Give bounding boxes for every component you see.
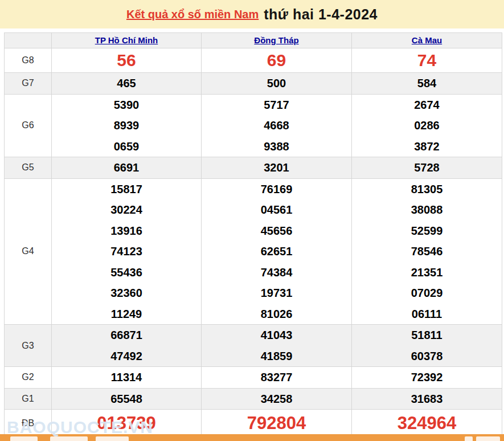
- result-cell: 11314: [52, 367, 202, 389]
- result-number: 11249: [52, 304, 201, 325]
- result-number: 32360: [52, 283, 201, 304]
- result-number: 45656: [202, 220, 351, 242]
- result-number: 9388: [202, 136, 351, 157]
- result-number: 8939: [52, 115, 201, 136]
- result-number: 66871: [52, 325, 201, 346]
- result-number: 60378: [352, 346, 502, 367]
- result-cell: 584: [352, 73, 502, 95]
- result-cell: 31683: [352, 388, 502, 410]
- result-number: 55436: [52, 262, 201, 283]
- footer-clipped-icon: [465, 436, 473, 441]
- result-cell: 6687147492: [52, 325, 202, 367]
- result-cell: 571746689388: [202, 94, 352, 157]
- result-number: 41859: [202, 346, 351, 367]
- result-number: 52599: [352, 220, 502, 242]
- result-number: 19731: [202, 283, 351, 304]
- result-cell: 500: [202, 73, 352, 95]
- result-number: 81305: [352, 179, 502, 200]
- result-cell: 34258: [202, 388, 352, 410]
- result-number: 324964: [352, 410, 502, 437]
- results-body: G8566974G7465500584G65390893906595717466…: [5, 48, 502, 438]
- result-number: 74123: [52, 241, 201, 262]
- prize-label: G5: [5, 157, 52, 179]
- result-cell: 539089390659: [52, 94, 202, 157]
- result-number: 3201: [202, 157, 351, 178]
- result-cell: 5728: [352, 157, 502, 179]
- result-number: 13916: [52, 220, 201, 242]
- title-link[interactable]: Kết quả xổ số miền Nam: [126, 8, 259, 21]
- province-link-2[interactable]: Đồng Tháp: [254, 35, 298, 45]
- result-number: 78546: [352, 241, 502, 262]
- result-cell: 81305380885259978546213510702906111: [352, 178, 502, 325]
- column-header: Cà Mau: [352, 33, 502, 48]
- footer-bar: [0, 434, 504, 441]
- result-cell: 5181160378: [352, 325, 502, 367]
- result-number: 47492: [52, 346, 201, 367]
- result-cell: 013739: [52, 410, 202, 438]
- result-number: 34258: [202, 389, 351, 410]
- result-cell: 6691: [52, 157, 202, 179]
- result-number: 65548: [52, 389, 201, 410]
- result-number: 81026: [202, 304, 351, 325]
- result-number: 31683: [352, 389, 502, 410]
- result-number: 07029: [352, 283, 502, 304]
- result-number: 30224: [52, 199, 201, 220]
- prize-label: G1: [5, 388, 52, 410]
- prize-label: G6: [5, 94, 52, 157]
- result-number: 5717: [202, 95, 351, 116]
- page-header: Kết quả xổ số miền Nam thứ hai 1-4-2024: [0, 0, 504, 28]
- result-cell: 15817302241391674123554363236011249: [52, 178, 202, 325]
- result-number: 69: [202, 48, 351, 72]
- result-cell: 4104341859: [202, 325, 352, 367]
- prize-label: G8: [5, 48, 52, 73]
- province-link-3[interactable]: Cà Mau: [412, 35, 442, 45]
- result-number: 74384: [202, 262, 351, 283]
- result-number: 51811: [352, 325, 502, 346]
- result-number: 5390: [52, 95, 201, 116]
- result-number: 584: [352, 73, 502, 94]
- result-number: 15817: [52, 179, 201, 200]
- province-link-1[interactable]: TP Hồ Chí Minh: [95, 35, 158, 45]
- prize-label: G2: [5, 367, 52, 389]
- footer-clipped-text: [476, 436, 500, 441]
- result-number: 06111: [352, 304, 502, 325]
- prize-row-db: ĐB013739792804324964: [5, 410, 502, 438]
- result-number: 72392: [352, 367, 502, 388]
- column-header: TP Hồ Chí Minh: [52, 33, 202, 48]
- result-cell: 465: [52, 73, 202, 95]
- result-number: 56: [52, 48, 201, 72]
- result-number: 0659: [52, 136, 201, 157]
- column-header-row: TP Hồ Chí MinhĐồng ThápCà Mau: [5, 33, 502, 48]
- footer-clipped-text: [10, 436, 38, 441]
- result-cell: 72392: [352, 367, 502, 389]
- result-number: 4668: [202, 115, 351, 136]
- prize-row-g2: G2113148327772392: [5, 367, 502, 389]
- prize-label: G7: [5, 73, 52, 95]
- result-cell: 792804: [202, 410, 352, 438]
- result-cell: 3201: [202, 157, 352, 179]
- prize-row-g1: G1655483425831683: [5, 388, 502, 410]
- prize-label: G3: [5, 325, 52, 367]
- result-number: 013739: [52, 410, 201, 437]
- result-number: 74: [352, 48, 502, 72]
- footer-clipped-text: [96, 436, 129, 441]
- result-number: 41043: [202, 325, 351, 346]
- footer-clipped-text: [50, 436, 88, 441]
- result-number: 38088: [352, 199, 502, 220]
- result-number: 11314: [52, 367, 201, 388]
- results-table: TP Hồ Chí MinhĐồng ThápCà Mau G8566974G7…: [4, 32, 502, 438]
- result-cell: 69: [202, 48, 352, 73]
- result-number: 500: [202, 73, 351, 94]
- result-number: 62651: [202, 241, 351, 262]
- result-cell: 74: [352, 48, 502, 73]
- prize-label: G4: [5, 178, 52, 325]
- result-cell: 324964: [352, 410, 502, 438]
- prize-row-g3: G3668714749241043418595181160378: [5, 325, 502, 367]
- result-number: 3872: [352, 136, 502, 157]
- title-date: thứ hai 1-4-2024: [264, 6, 378, 23]
- result-number: 76169: [202, 179, 351, 200]
- prize-row-g5: G5669132015728: [5, 157, 502, 179]
- result-number: 04561: [202, 199, 351, 220]
- result-cell: 65548: [52, 388, 202, 410]
- result-number: 5728: [352, 157, 502, 178]
